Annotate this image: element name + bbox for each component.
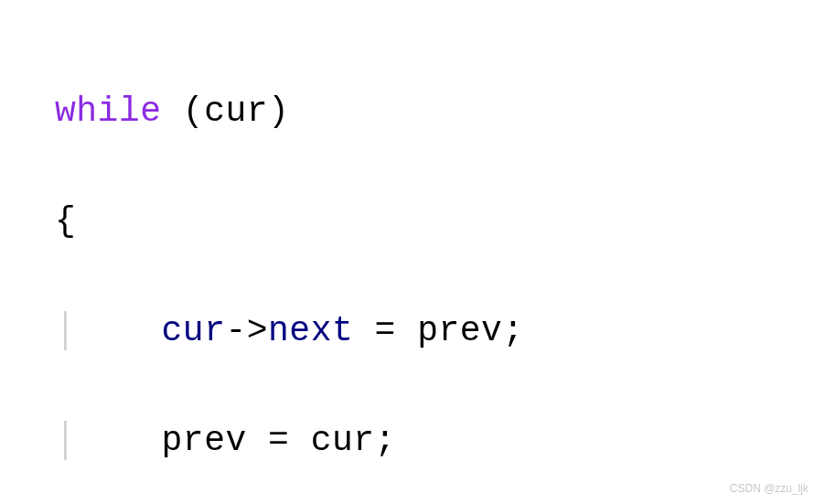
code-line-4: │ prev = cur;	[55, 413, 825, 468]
code-line-2: {	[55, 194, 825, 249]
indent	[76, 311, 161, 350]
indent-guide: │	[55, 311, 76, 350]
indent-guide: │	[55, 421, 76, 460]
stmt-prev-cur: prev = cur;	[162, 421, 396, 460]
condition-var: cur	[204, 91, 268, 131]
code-line-1: while (cur)	[55, 84, 825, 139]
assign-prev: = prev;	[353, 311, 523, 350]
keyword-while: while	[55, 91, 162, 131]
code-line-3: │ cur->next = prev;	[55, 304, 825, 359]
arrow-op: ->	[225, 311, 268, 350]
indent	[76, 421, 161, 460]
code-block: while (cur) { │ cur->next = prev; │ prev…	[55, 29, 825, 504]
var-cur: cur	[162, 311, 226, 350]
paren-open: (	[162, 91, 205, 131]
watermark-text: CSDN @zzu_ljk	[730, 482, 809, 495]
brace-open: {	[55, 201, 76, 241]
paren-close: )	[268, 91, 289, 131]
member-next: next	[268, 311, 353, 350]
